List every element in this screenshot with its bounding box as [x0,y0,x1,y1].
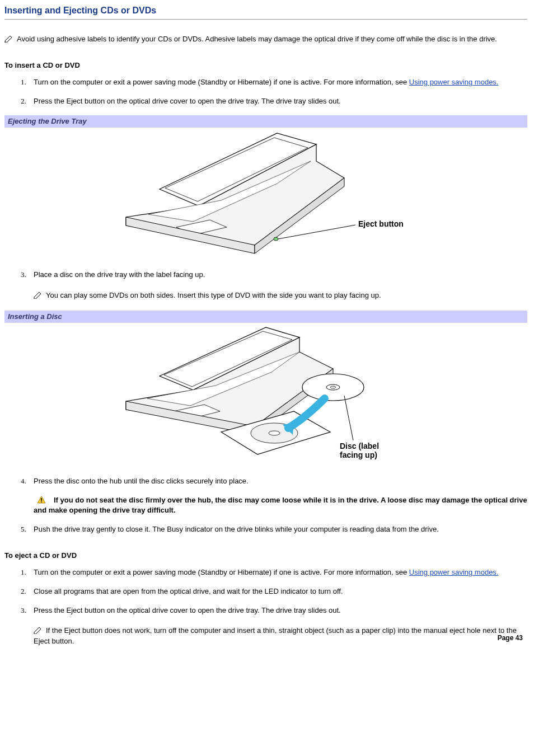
eject-steps-list: Turn on the computer or exit a power sav… [4,567,527,646]
insert-steps-list: Turn on the computer or exit a power sav… [4,77,527,106]
svg-point-7 [274,237,278,241]
insert-step-4-text: Press the disc onto the hub until the di… [34,477,249,485]
figure-2: Disc (label facing up) [4,323,527,463]
insert-step-1: Turn on the computer or exit a power sav… [28,77,527,87]
insert-step-3-note-text: You can play some DVDs on both sides. In… [46,291,381,299]
svg-rect-25 [41,498,42,501]
eject-step-3-note: If the Eject button does not work, turn … [34,626,527,646]
svg-point-21 [330,386,336,388]
laptop-eject-illustration [109,128,423,256]
pencil-note-icon [4,35,15,43]
intro-note: Avoid using adhesive labels to identify … [4,34,527,44]
power-saving-modes-link-2[interactable]: Using power saving modes. [409,568,499,576]
eject-heading: To eject a CD or DVD [4,551,527,561]
insert-step-3: Place a disc on the drive tray with the … [28,270,527,300]
svg-line-23 [344,396,353,440]
insert-step-3-text: Place a disc on the drive tray with the … [34,270,205,279]
svg-rect-26 [41,501,42,503]
insert-step-2: Press the Eject button on the optical dr… [28,96,527,106]
eject-step-2: Close all programs that are open from th… [28,586,527,597]
page-number: Page 43 [498,633,523,643]
insert-step-4-warning-text: If you do not seat the disc firmly over … [34,496,527,514]
eject-step-3: Press the Eject button on the optical dr… [28,605,527,646]
insert-step-3-note: You can play some DVDs on both sides. In… [34,290,527,300]
insert-steps-list-continued: Place a disc on the drive tray with the … [4,270,527,300]
insert-step-5: Push the drive tray gently to close it. … [28,524,527,534]
insert-step-4: Press the disc onto the hub until the di… [28,476,527,516]
figure-2-caption: Inserting a Disc [4,311,527,323]
figure-2-callout: Disc (label facing up) [340,442,401,459]
page-title: Inserting and Ejecting CDs or DVDs [4,4,527,20]
eject-step-3-text: Press the Eject button on the optical dr… [34,606,341,614]
figure-1: Eject button [4,128,527,256]
intro-note-text: Avoid using adhesive labels to identify … [17,35,497,43]
pencil-note-icon [34,626,44,634]
figure-1-callout: Eject button [358,219,404,228]
eject-step-1: Turn on the computer or exit a power sav… [28,567,527,577]
pencil-note-icon [34,291,44,299]
warning-triangle-icon [37,496,46,504]
figure-1-caption: Ejecting the Drive Tray [4,115,527,128]
svg-point-18 [269,431,280,435]
insert-heading: To insert a CD or DVD [4,60,527,71]
eject-step-3-note-text: If the Eject button does not work, turn … [34,626,517,645]
insert-step-1-text: Turn on the computer or exit a power sav… [34,78,409,86]
insert-steps-list-continued-2: Press the disc onto the hub until the di… [4,476,527,535]
insert-step-4-warning: If you do not seat the disc firmly over … [34,495,527,515]
power-saving-modes-link[interactable]: Using power saving modes. [409,78,499,86]
eject-step-1-text: Turn on the computer or exit a power sav… [34,568,409,576]
